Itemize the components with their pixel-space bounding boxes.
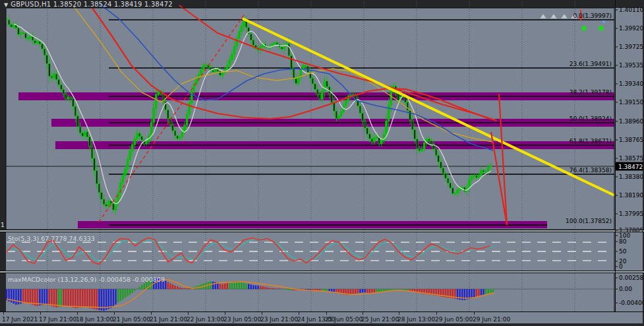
time-tick <box>399 312 399 315</box>
fib-bands <box>18 92 614 228</box>
ma-white-line <box>14 24 491 203</box>
svg-text:1.38472: 1.38472 <box>618 164 643 170</box>
time-tick <box>326 312 327 315</box>
fib-label: 23.6(1.39491) <box>570 61 612 67</box>
time-tick <box>262 312 262 315</box>
time-label: 29 Jun 05:00 <box>435 316 473 323</box>
time-tick <box>114 312 115 315</box>
blue-dot-icon <box>602 20 605 23</box>
symbol-dropdown-icon[interactable]: ▼ <box>4 2 8 8</box>
scale-label: 1.37995 <box>619 211 643 217</box>
time-label: 29 Jun 21:00 <box>473 316 510 323</box>
time-tick <box>436 312 437 315</box>
time-label: 17 Jun 2021 <box>2 316 38 323</box>
stochastic-values: 67.7778 74.6333 <box>41 235 95 242</box>
fib-label: 100.0(1.37852) <box>566 218 612 224</box>
macd-values: -0.000458 -0.000809 <box>98 276 165 283</box>
macd-label: maxMACDcolor (13,12,26,9) -0.000458 -0.0… <box>8 276 165 283</box>
fib-label: 50.0(1.38924) <box>570 115 612 122</box>
scale-label: 0.00 <box>619 286 632 292</box>
scale-label: -0.004001 <box>619 300 644 306</box>
scale-label: 1.38960 <box>619 118 643 125</box>
scale-label: 1.39150 <box>619 99 643 106</box>
trendline-red-dashed <box>99 13 245 222</box>
green-dot-icon <box>581 26 587 31</box>
price-scale[interactable]: 1.401101.399201.397251.395351.393401.391… <box>615 0 644 311</box>
time-label: 21 Jun 05:00 <box>113 316 150 323</box>
fib-labels: 0.0(1.39997)23.6(1.39491)38.2(1.39178)50… <box>566 13 612 224</box>
time-tick <box>188 312 189 315</box>
scale-label: 1.38380 <box>619 174 643 180</box>
green-dot-icon <box>599 26 604 31</box>
scale-label: 1.39920 <box>619 25 643 32</box>
time-tick <box>225 312 225 315</box>
scale-label: 0 <box>619 263 623 270</box>
price-scale-labels: 1.401101.399201.397251.395351.393401.391… <box>615 7 644 306</box>
time-tick <box>299 312 299 315</box>
time-tick <box>77 312 78 315</box>
scale-label: 1.38190 <box>619 192 643 199</box>
time-label: 28 Jun 13:00 <box>397 316 435 323</box>
scale-label: 1.39535 <box>619 62 643 69</box>
time-axis[interactable]: 17 Jun 202117 Jun 21:0018 Jun 13:0021 Ju… <box>0 311 644 326</box>
scale-label: 50 <box>619 248 627 255</box>
zigzag-red <box>491 94 507 225</box>
current-price-badge: 1.38472 <box>616 162 643 171</box>
scale-label: 1.38765 <box>619 137 643 143</box>
trendline-yellow <box>243 18 614 195</box>
mt4-chart-window: 1 0.0(1.39997)23.6(1.39491)38.2(1.39178)… <box>0 0 644 326</box>
scale-label: 0.00258 <box>619 275 643 281</box>
gray-triangle-icon <box>561 14 568 18</box>
gray-triangle-icon <box>540 14 546 18</box>
symbol-period-label: GBPUSD,H1 <box>11 1 51 8</box>
time-tick <box>474 312 475 315</box>
buy-dots <box>581 20 605 31</box>
scale-label: 80 <box>619 238 627 245</box>
time-label: 23 Jun 21:00 <box>260 316 298 323</box>
stoch-level-lines <box>7 242 613 261</box>
scale-label: 1.38575 <box>619 155 643 162</box>
time-tick <box>151 312 152 315</box>
chart-title: ▼GBPUSD,H1 1.38520 1.38524 1.38419 1.384… <box>4 1 173 8</box>
fib-label: 38.2(1.39178) <box>570 89 612 96</box>
time-tick <box>3 312 4 315</box>
grid-lines <box>47 1 575 230</box>
scale-label: 1.40110 <box>619 7 643 13</box>
time-label: 18 Jun 13:00 <box>76 316 113 323</box>
scale-label: 1.39725 <box>619 44 643 50</box>
time-tick <box>363 312 363 315</box>
price-chart-canvas[interactable]: 0.0(1.39997)23.6(1.39491)38.2(1.39178)50… <box>0 0 615 230</box>
time-label: 25 Jun 05:00 <box>325 316 363 323</box>
time-label: 25 Jun 21:00 <box>361 316 399 323</box>
scale-label: 1.39340 <box>619 81 643 87</box>
macd-name: maxMACDcolor (13,12,26,9) <box>8 276 96 283</box>
stochastic-label: Sto(5,3,3) 67.7778 74.6333 <box>8 235 95 242</box>
fib-label: 0.0(1.39997) <box>573 13 612 19</box>
stochastic-name: Sto(5,3,3) <box>8 235 39 242</box>
time-label: 17 Jun 21:00 <box>39 316 76 323</box>
time-label: 23 Jun 05:00 <box>223 316 261 323</box>
time-label: 22 Jun 13:00 <box>187 316 224 323</box>
time-label: 21 Jun 21:00 <box>150 316 187 323</box>
gray-triangle-icon <box>550 14 557 18</box>
time-tick <box>40 312 41 315</box>
signal-markers <box>540 14 577 18</box>
fib-label: 61.8(1.38671) <box>570 138 612 145</box>
fib-label: 76.4(1.38358) <box>570 167 612 174</box>
ohlc-values: 1.38520 1.38524 1.38419 1.38472 <box>53 1 173 8</box>
